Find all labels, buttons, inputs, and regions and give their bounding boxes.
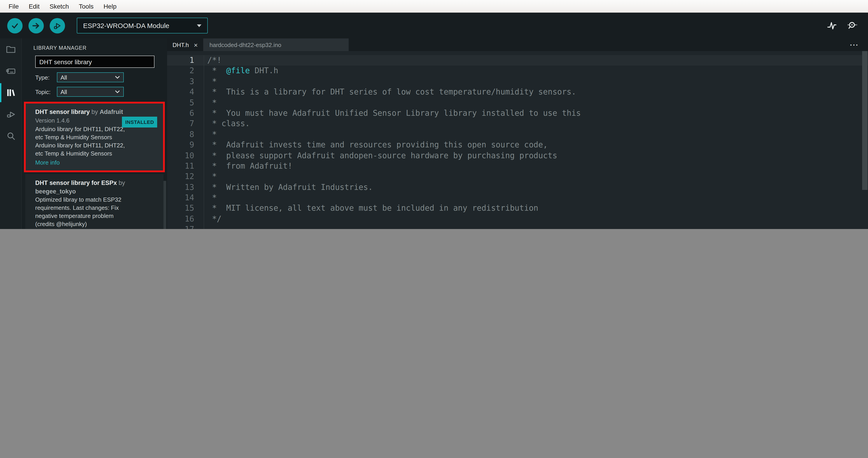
- menu-edit[interactable]: Edit: [24, 2, 44, 10]
- editor-scrollbar[interactable]: [862, 51, 868, 190]
- code-text: *: [204, 77, 217, 87]
- topic-filter-row: Topic: All: [35, 87, 167, 97]
- code-line: 6 * You must have Adafruit Unified Senso…: [167, 108, 868, 119]
- topic-filter-select[interactable]: All: [57, 87, 124, 97]
- library-version-row: Version 1.4.6INSTALLED: [35, 116, 158, 125]
- verify-check-icon: [11, 22, 19, 30]
- code-text: * This is a library for DHT series of lo…: [204, 87, 576, 97]
- tab-dht-h[interactable]: DHT.h ×: [167, 38, 203, 51]
- code-editor[interactable]: 1/*!2 * @file DHT.h3 *4 * This is a libr…: [167, 51, 868, 229]
- library-name: DHT sensor library by Adafruit: [35, 108, 158, 116]
- code-text: /*!: [204, 55, 221, 66]
- serial-plotter-icon[interactable]: [827, 20, 837, 31]
- code-text: */: [204, 214, 221, 225]
- line-number: 11: [167, 161, 194, 172]
- code-line: 4 * This is a library for DHT series of …: [167, 87, 868, 97]
- line-number: 10: [167, 150, 194, 161]
- code-line: 10 * please support Adafruit andopen-sou…: [167, 150, 868, 161]
- installed-badge: INSTALLED: [122, 117, 157, 127]
- library-description-line: Optimized libray to match ESP32: [35, 196, 158, 204]
- library-list: DHT sensor library by AdafruitVersion 1.…: [22, 103, 167, 229]
- code-text: * MIT license, all text above must be in…: [204, 203, 538, 214]
- type-filter-value: All: [61, 74, 67, 81]
- tab-label: hardcoded-dht22-esp32.ino: [210, 41, 281, 48]
- panel-title: LIBRARY MANAGER: [33, 45, 167, 51]
- line-number: 2: [167, 66, 194, 77]
- menu-sketch[interactable]: Sketch: [44, 2, 74, 10]
- line-number: 13: [167, 182, 194, 193]
- code-lines: 1/*!2 * @file DHT.h3 *4 * This is a libr…: [167, 55, 868, 229]
- code-text: * @file DHT.h: [204, 66, 278, 77]
- library-card[interactable]: DHT sensor library by AdafruitVersion 1.…: [25, 103, 163, 171]
- code-line: 7 * class.: [167, 119, 868, 129]
- more-info-link[interactable]: More info: [35, 158, 158, 167]
- code-text: * Written by Adafruit Industries.: [204, 182, 373, 193]
- code-text: *: [204, 97, 217, 108]
- board-selector[interactable]: ESP32-WROOM-DA Module: [77, 18, 208, 33]
- type-filter-row: Type: All: [35, 72, 167, 82]
- sidebar-item-sketchbook[interactable]: [0, 38, 21, 60]
- library-title-text: DHT sensor library for ESPx: [35, 179, 117, 186]
- editor-tab-bar: DHT.h × hardcoded-dht22-esp32.ino •••: [167, 38, 868, 51]
- line-number: 3: [167, 77, 194, 87]
- library-card[interactable]: DHT sensor library for ESPx by beegee_to…: [25, 174, 163, 229]
- upload-button[interactable]: [28, 18, 44, 33]
- chevron-down-icon: [115, 76, 120, 79]
- line-number: 15: [167, 203, 194, 214]
- debug-icon: [53, 21, 62, 30]
- code-line: 12 *: [167, 172, 868, 182]
- sidebar-item-boards-manager[interactable]: [0, 60, 21, 82]
- topic-filter-label: Topic:: [35, 88, 57, 95]
- sidebar-item-library-manager[interactable]: [0, 82, 21, 104]
- library-description-line: etc Temp & Humidity Sensors: [35, 150, 158, 158]
- library-description-line: Arduino library for DHT11, DHT22,: [35, 142, 158, 150]
- code-line: 14 *: [167, 193, 868, 203]
- library-version: Version 1.4.6: [35, 117, 69, 124]
- code-text: *: [204, 193, 217, 203]
- topic-filter-value: All: [61, 88, 67, 95]
- library-search-input[interactable]: [35, 56, 154, 68]
- code-line: 15 * MIT license, all text above must be…: [167, 203, 868, 214]
- code-line: 2 * @file DHT.h: [167, 66, 868, 77]
- library-author: beegee_tokyo: [35, 188, 76, 195]
- library-author: Adafruit: [100, 109, 123, 115]
- code-line: 5 *: [167, 97, 868, 108]
- line-number: 17: [167, 225, 194, 229]
- close-x-icon[interactable]: ×: [194, 41, 198, 48]
- panel-scrollbar[interactable]: [163, 181, 166, 229]
- menu-help[interactable]: Help: [98, 2, 122, 10]
- verify-button[interactable]: [7, 18, 23, 33]
- sidebar-item-debug[interactable]: [0, 104, 21, 125]
- sidebar-item-search[interactable]: [0, 125, 21, 147]
- line-number: 7: [167, 119, 194, 129]
- line-number: 5: [167, 97, 194, 108]
- code-text: * You must have Adafruit Unified Sensor …: [204, 108, 581, 119]
- code-line: 3 *: [167, 77, 868, 87]
- type-filter-select[interactable]: All: [57, 72, 124, 82]
- dropdown-caret-icon: [197, 24, 202, 27]
- code-line: 9 * Adafruit invests time and resources …: [167, 140, 868, 150]
- code-line: 16 */: [167, 214, 868, 225]
- more-actions-icon[interactable]: •••: [850, 38, 859, 51]
- code-text: * please support Adafruit andopen-source…: [204, 150, 557, 161]
- library-name: DHT sensor library for ESPx by beegee_to…: [35, 179, 158, 196]
- boards-manager-icon: [5, 65, 16, 77]
- code-text: * class.: [204, 119, 250, 129]
- menu-tools[interactable]: Tools: [74, 2, 98, 10]
- code-text: * from Adafruit!: [204, 161, 292, 172]
- library-by-text: by: [90, 109, 100, 115]
- serial-monitor-icon[interactable]: [846, 20, 857, 31]
- line-number: 14: [167, 193, 194, 203]
- debug-button[interactable]: [50, 18, 65, 33]
- code-text: *: [204, 172, 217, 182]
- code-line: 1/*!: [167, 55, 868, 66]
- editor: DHT.h × hardcoded-dht22-esp32.ino ••• 1/…: [167, 38, 868, 229]
- chevron-down-icon: [115, 90, 120, 93]
- library-by-text: by: [117, 179, 125, 186]
- tab-sketch-ino[interactable]: hardcoded-dht22-esp32.ino: [203, 38, 349, 51]
- menu-file[interactable]: File: [4, 2, 24, 10]
- arduino-ide-window: File Edit Sketch Tools Help ESP32-WROOM-…: [0, 0, 868, 229]
- debug-sidebar-icon: [5, 109, 16, 120]
- library-description-line: (credits @helijunky): [35, 220, 158, 228]
- library-manager-panel: LIBRARY MANAGER Type: All Topic: All: [22, 38, 167, 229]
